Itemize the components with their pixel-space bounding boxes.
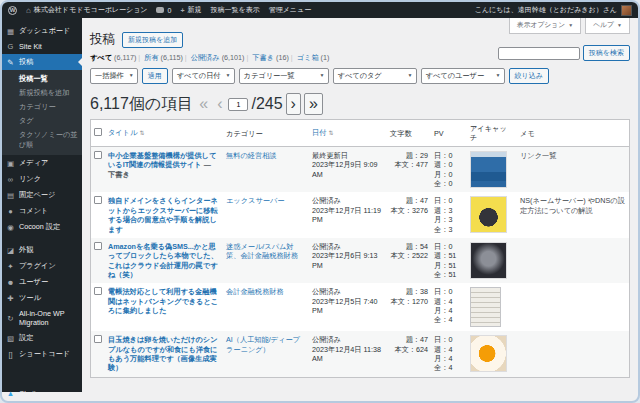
featured-image-thumbnail[interactable] xyxy=(470,287,501,327)
user-avatar[interactable] xyxy=(621,5,632,16)
category-link[interactable]: 迷惑メール/スパム対策、会計金融税務財務 xyxy=(226,242,298,260)
help-tab[interactable]: ヘルプ ▼ xyxy=(585,18,630,34)
category-filter-select[interactable]: カテゴリー一覧 xyxy=(239,68,329,84)
category-link[interactable]: 無料の経営相談 xyxy=(226,151,276,160)
date-filter-select[interactable]: すべての日付 xyxy=(172,68,235,84)
submenu-item-tags[interactable]: タグ xyxy=(2,114,82,128)
sidebar-item-comments[interactable]: ● コメント xyxy=(2,203,82,219)
submenu-item-post-list[interactable]: 投稿一覧 xyxy=(2,72,82,86)
post-title-link[interactable]: 電帳法対応として利用する金融機関はネットバンキングできるところに集約しました xyxy=(108,287,218,315)
sidebar-item-links[interactable]: ∞ リンク xyxy=(2,171,82,187)
pv-total: 全：4 xyxy=(434,315,464,324)
sidebar-item-tools[interactable]: ✚ ツール xyxy=(2,290,82,306)
filter-button[interactable]: 絞り込み xyxy=(509,68,549,84)
featured-image-thumbnail[interactable] xyxy=(470,196,507,233)
post-date: 2023年12月5日 7:40 PM xyxy=(312,297,384,316)
sidebar-item-cocoon-settings[interactable]: ◉ Cocoon 設定 xyxy=(2,219,82,235)
table-row: Amazonを名乗る偽SMS...かと思ってブロックしたら本物でした、これはクラ… xyxy=(91,238,630,283)
filter-trash[interactable]: ゴミ箱 xyxy=(297,53,319,62)
last-page-button[interactable]: » xyxy=(304,93,323,115)
sidebar-item-posts[interactable]: ✎ 投稿 xyxy=(2,54,82,70)
view-posts-label: 投稿一覧を表示 xyxy=(210,5,259,15)
select-all-checkbox[interactable] xyxy=(94,128,102,136)
sidebar-item-appearance[interactable]: ◪ 外観 xyxy=(2,242,82,258)
clarity-icon: ▲ xyxy=(6,389,15,398)
table-row: 目玉焼きは卵を焼いただけのシンプルなものですが和食にも洋食にもあう万能料理です（… xyxy=(91,331,630,377)
post-title-link[interactable]: Amazonを名乗る偽SMS...かと思ってブロックしたら本物でした、これはクラ… xyxy=(108,242,218,279)
current-page-input[interactable] xyxy=(228,98,248,111)
admin-menu-link[interactable]: 管理メニュー xyxy=(269,5,312,15)
post-date: 2023年12月9日 9:09 AM xyxy=(312,160,384,179)
category-link[interactable]: AI（人工知能/ディープラーニング） xyxy=(226,335,300,353)
user-greeting[interactable]: こんにちは、遠田幹雄（とおだみきお）さん xyxy=(475,5,617,15)
pv-month: 月：51 xyxy=(434,261,464,270)
category-link[interactable]: 会計金融税務財務 xyxy=(226,287,284,296)
filter-draft[interactable]: 下書き xyxy=(252,53,274,62)
comments-link[interactable]: 0 xyxy=(156,7,171,14)
submenu-item-categories[interactable]: カテゴリー xyxy=(2,100,82,114)
sidebar-item-label: ダッシュボード xyxy=(19,26,70,36)
add-new-post-button[interactable]: 新規投稿を追加 xyxy=(122,32,183,48)
wordpress-logo-icon[interactable]: W xyxy=(8,6,17,15)
sidebar-item-shortcode[interactable]: [] ショートコード xyxy=(2,346,82,362)
column-header-title[interactable]: タイトル ⇅ xyxy=(105,120,223,147)
next-page-button[interactable]: › xyxy=(286,93,301,115)
sidebar-item-label: ツール xyxy=(19,293,41,303)
sidebar-item-clarity[interactable]: ▲ Clarity xyxy=(2,386,82,401)
dashboard-icon: ▦ xyxy=(6,27,15,36)
row-checkbox[interactable] xyxy=(94,151,102,159)
featured-image-thumbnail[interactable] xyxy=(470,151,507,188)
sidebar-item-users[interactable]: ☻ ユーザー xyxy=(2,274,82,290)
sidebar-item-settings[interactable]: ▧ 設定 xyxy=(2,330,82,346)
settings-icon: ▧ xyxy=(6,334,15,343)
featured-image-thumbnail[interactable] xyxy=(470,242,507,279)
post-status: 公開済み xyxy=(312,335,384,344)
post-title-link[interactable]: 独自ドメインをさくらインターネットからエックスサーバーに移転する場合の留意点や手… xyxy=(108,196,218,233)
apply-button[interactable]: 適用 xyxy=(142,68,168,84)
comment-bubble-icon xyxy=(156,7,164,13)
filter-all[interactable]: すべて xyxy=(90,53,112,62)
sidebar-item-wp-migration[interactable]: ↻ All-in-One WP Migration xyxy=(2,306,82,330)
new-content-link[interactable]: + 新規 xyxy=(180,5,201,15)
row-checkbox[interactable] xyxy=(94,335,102,343)
screen-options-tab[interactable]: 表示オプション ▼ xyxy=(509,18,581,34)
user-filter-select[interactable]: すべてのユーザー xyxy=(421,68,505,84)
submenu-item-add-post[interactable]: 新規投稿を追加 xyxy=(2,86,82,100)
pv-week: 週：0 xyxy=(434,160,464,169)
pv-month: 月：3 xyxy=(434,215,464,224)
category-link[interactable]: エックスサーバー xyxy=(226,196,285,205)
sidebar-item-label: コメント xyxy=(19,206,48,216)
sidebar-item-sitekit[interactable]: G Site Kit xyxy=(2,39,82,54)
pv-total: 全：3 xyxy=(434,225,464,234)
comments-count: 0 xyxy=(167,7,171,14)
sidebar-item-label: 外観 xyxy=(19,245,33,255)
row-checkbox[interactable] xyxy=(94,242,102,250)
post-title-link[interactable]: 目玉焼きは卵を焼いただけのシンプルなものですが和食にも洋食にもあう万能料理です（… xyxy=(108,335,218,372)
sidebar-item-label: メディア xyxy=(19,158,48,168)
row-checkbox[interactable] xyxy=(94,287,102,295)
site-link[interactable]: ⌂ 株式会社ドモドモコーポレーション xyxy=(26,5,147,15)
sidebar-item-pages[interactable]: ▤ 固定ページ xyxy=(2,187,82,203)
search-posts-input[interactable] xyxy=(498,47,580,60)
submenu-item-taxonomy-order[interactable]: タクソノミーの並び順 xyxy=(2,128,82,152)
sidebar-item-dashboard[interactable]: ▦ ダッシュボード xyxy=(2,23,82,39)
sidebar-item-media[interactable]: ▣ メディア xyxy=(2,155,82,171)
column-header-date[interactable]: 日付 ⇅ xyxy=(309,120,387,147)
tag-filter-select[interactable]: すべてのタグ xyxy=(333,68,417,84)
sidebar-item-label: Clarity xyxy=(19,389,39,398)
media-icon: ▣ xyxy=(6,159,15,168)
filter-mine[interactable]: 所有 xyxy=(144,53,158,62)
sidebar-item-plugins[interactable]: ✦ プラグイン xyxy=(2,258,82,274)
search-posts-button[interactable]: 投稿を検索 xyxy=(583,45,630,61)
row-checkbox[interactable] xyxy=(94,196,102,204)
sidebar-item-label: 投稿 xyxy=(19,57,33,67)
view-posts-link[interactable]: 投稿一覧を表示 xyxy=(210,5,259,15)
bulk-action-select[interactable]: 一括操作 xyxy=(90,68,138,84)
filter-published[interactable]: 公開済み xyxy=(191,53,220,62)
column-header-category: カテゴリー xyxy=(223,120,309,147)
featured-image-thumbnail[interactable] xyxy=(470,335,507,372)
sort-icon: ⇅ xyxy=(328,130,333,136)
table-header-row: タイトル ⇅ カテゴリー 日付 ⇅ 文字数 PV アイキャッチ メモ xyxy=(91,120,630,147)
post-status: 公開済み xyxy=(312,196,384,205)
post-title-link[interactable]: 中小企業基盤整備機構が提供しているIT関連の情報提供サイト xyxy=(108,151,216,169)
